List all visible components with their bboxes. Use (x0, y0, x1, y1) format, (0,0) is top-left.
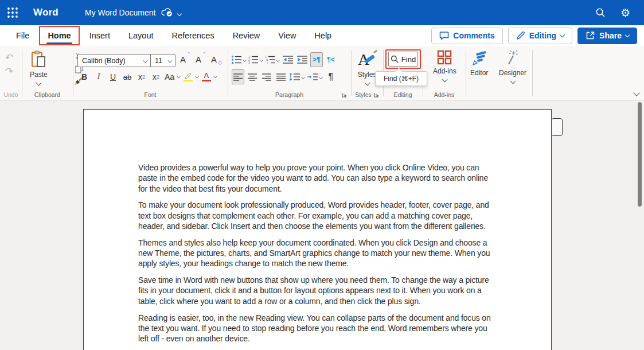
highlighter-icon (184, 72, 193, 82)
chevron-down-icon (36, 80, 41, 86)
font-color-button[interactable]: A (202, 70, 217, 84)
editing-group: Find Find (⌘+F) Editing (383, 46, 423, 100)
editor-button[interactable]: Editor (470, 50, 488, 77)
tab-view[interactable]: View (269, 25, 305, 46)
document-title[interactable]: My Word Document (85, 8, 155, 17)
change-case-button[interactable]: Aa (165, 70, 181, 84)
bold-button[interactable]: B (79, 70, 90, 84)
superscript-button[interactable]: x2 (150, 70, 162, 84)
paragraph[interactable]: Save time in Word with new buttons that … (138, 275, 499, 306)
designer-button[interactable]: Designer (499, 49, 526, 83)
chevron-down-icon (510, 79, 516, 84)
paragraph[interactable]: Themes and styles also help keep your do… (138, 238, 499, 269)
styles-label: Styles (358, 71, 377, 79)
font-group-label: Font (73, 91, 228, 98)
addins-grid-icon (437, 50, 452, 65)
subscript-button[interactable]: x2 (136, 70, 147, 84)
styles-group-label: Styles (351, 91, 383, 98)
align-right-button[interactable] (260, 69, 273, 84)
tab-label: View (278, 31, 296, 40)
right-to-left-button[interactable]: ¶< (325, 52, 337, 67)
editor-designer-group: Editor Designer (466, 46, 532, 100)
paragraph-group: 123 1ai (228, 46, 351, 100)
tab-layout[interactable]: Layout (119, 25, 163, 46)
document-title-chevron-icon[interactable] (178, 7, 181, 18)
share-label: Share (599, 31, 622, 40)
paragraph[interactable]: Video provides a powerful way to help yo… (138, 162, 499, 194)
editor-pen-icon (471, 50, 488, 67)
text-highlight-button[interactable] (184, 70, 199, 84)
font-family-select[interactable]: Calibri (Body) (78, 57, 150, 65)
clipboard-group-label: Clipboard (22, 91, 73, 98)
paragraph[interactable]: Reading is easier, too, in the new Readi… (138, 313, 499, 344)
tab-label: File (16, 31, 29, 40)
undo-icon[interactable]: ↶ (5, 53, 13, 63)
paragraph-dialog-launcher-icon[interactable] (342, 92, 347, 98)
app-launcher-icon[interactable] (0, 0, 25, 25)
align-center-button[interactable] (246, 69, 259, 84)
paste-clipboard-icon (31, 50, 46, 68)
comments-button[interactable]: Comments (431, 28, 502, 44)
clipboard-group: Paste ✂ Clipboard (22, 46, 73, 100)
paste-button[interactable]: Paste (30, 50, 48, 85)
vertical-scrollbar[interactable] (638, 102, 642, 207)
designer-label: Designer (499, 69, 526, 77)
tab-label: Review (233, 31, 260, 40)
chevron-down-icon (560, 32, 565, 38)
tab-label: Home (48, 31, 71, 40)
editor-label: Editor (470, 69, 488, 77)
tab-help[interactable]: Help (305, 25, 341, 46)
search-icon[interactable] (595, 7, 606, 18)
find-button[interactable]: Find (388, 52, 418, 67)
styles-dialog-launcher-icon[interactable] (374, 92, 379, 98)
redo-icon[interactable]: ↷ (5, 67, 13, 76)
editing-mode-button[interactable]: Editing (508, 28, 572, 44)
addins-label: Add-ins (433, 67, 456, 75)
font-group: Calibri (Body) 11 Aˆ Aˇ A◇ B I U ab x2 x… (73, 46, 228, 100)
tab-file[interactable]: File (7, 25, 38, 46)
justify-button[interactable] (275, 69, 287, 84)
chevron-down-icon (168, 59, 173, 63)
line-spacing-button[interactable] (289, 69, 305, 84)
tab-home[interactable]: Home (38, 25, 80, 46)
decrease-indent-button[interactable] (282, 52, 294, 67)
app-name[interactable]: Word (33, 7, 58, 18)
undo-group-label: Undo (0, 91, 22, 98)
clear-formatting-button[interactable]: A◇ (211, 55, 221, 64)
styles-button[interactable]: A Styles (357, 50, 377, 85)
tab-label: Layout (128, 31, 154, 40)
find-label: Find (401, 55, 416, 64)
underline-button[interactable]: U (107, 70, 119, 84)
tab-label: Help (314, 31, 331, 40)
document-text: Video provides a powerful way to help yo… (138, 162, 499, 350)
page-side-tab[interactable] (551, 118, 563, 136)
menu-actions: Comments Editing Share (431, 28, 644, 44)
tab-label: Insert (89, 31, 110, 40)
collapse-ribbon-chevron-icon[interactable] (633, 90, 639, 96)
multilevel-list-button[interactable]: 1ai (265, 52, 280, 67)
paragraph[interactable]: To make your document look professionall… (138, 200, 499, 231)
save-status-icon[interactable] (161, 8, 173, 17)
svg-text:i: i (267, 61, 268, 64)
left-to-right-button[interactable]: >¶ (310, 52, 323, 67)
font-size-select[interactable]: 11 (150, 55, 175, 67)
tab-references[interactable]: References (162, 25, 223, 46)
settings-gear-icon[interactable]: ⚙ (620, 7, 630, 18)
numbering-button[interactable]: 123 (248, 52, 263, 67)
show-paragraph-marks-button[interactable]: ¶ (325, 69, 337, 84)
shrink-font-button[interactable]: Aˇ (196, 55, 205, 64)
share-button[interactable]: Share (577, 28, 637, 44)
editing-mode-label: Editing (529, 31, 556, 40)
paragraph-spacing-button[interactable] (307, 69, 323, 84)
bullets-button[interactable] (232, 52, 247, 67)
strikethrough-button[interactable]: ab (122, 70, 133, 84)
grow-font-button[interactable]: Aˆ (180, 55, 190, 64)
font-color-icon: A (202, 72, 211, 82)
increase-indent-button[interactable] (296, 52, 309, 67)
tab-insert[interactable]: Insert (80, 25, 119, 46)
align-left-button[interactable] (232, 69, 244, 84)
italic-button[interactable]: I (93, 70, 104, 84)
chevron-down-icon (143, 59, 148, 63)
tab-review[interactable]: Review (224, 25, 270, 46)
addins-button[interactable]: Add-ins (433, 50, 456, 81)
